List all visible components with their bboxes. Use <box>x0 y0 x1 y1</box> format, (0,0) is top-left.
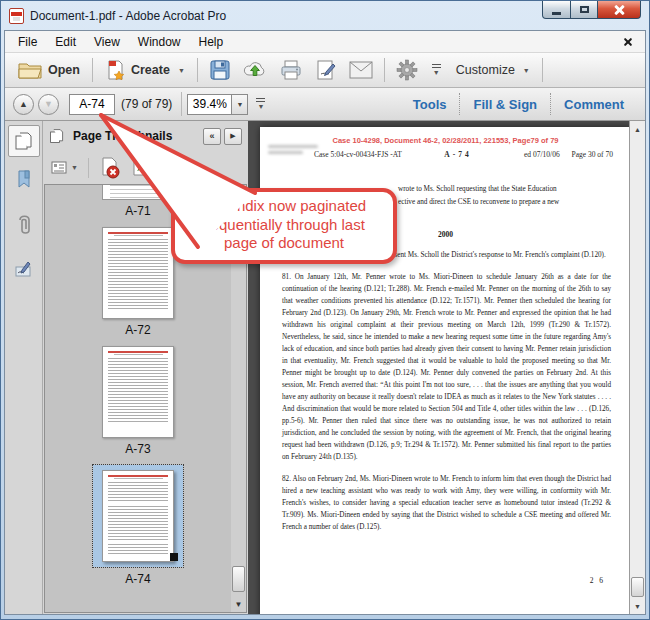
insert-page-icon <box>130 157 152 179</box>
sign-document-button[interactable] <box>309 56 343 84</box>
thumbnail-page-a74[interactable] <box>102 470 174 562</box>
thumbnail-label-a73[interactable]: A-73 <box>125 442 150 456</box>
comment-pane-button[interactable]: Comment <box>551 97 637 112</box>
printer-icon <box>279 59 303 81</box>
delete-pages-button[interactable] <box>99 157 121 179</box>
signature-icon <box>14 259 34 279</box>
panel-pages-icon <box>49 128 65 144</box>
zoom-level-input[interactable] <box>187 94 231 115</box>
open-button[interactable]: Open <box>11 57 87 83</box>
quick-tools-toolbar: Open Create ▼ <box>5 53 645 88</box>
thumbnail-page-a72[interactable] <box>102 227 174 319</box>
thumbnail-page-a71[interactable] <box>102 185 174 200</box>
customize-caret-icon: ▼ <box>523 67 530 74</box>
doc-header-stamp: Case 10-4298, Document 46-2, 02/28/2011,… <box>260 136 631 145</box>
options-list-icon <box>51 161 67 174</box>
callout-text-line3: page of document <box>179 234 389 253</box>
doc-scroll-up-icon: ▲ <box>634 126 641 133</box>
panel-menu-icon: ▶ <box>230 132 235 140</box>
doc-appendix-stamp: A-74 <box>444 150 471 159</box>
nav-more-button[interactable]: ▼ <box>256 98 265 110</box>
menu-view[interactable]: View <box>85 33 129 51</box>
panel-scroll-down-icon: ▼ <box>235 600 243 609</box>
panel-scrollbar-thumb[interactable] <box>232 566 245 592</box>
zoom-caret-icon: ▼ <box>236 101 243 108</box>
preferences-button[interactable] <box>390 56 424 84</box>
envelope-icon <box>349 61 373 79</box>
cloud-upload-button[interactable] <box>237 56 273 84</box>
collapse-panel-button[interactable]: « <box>203 128 221 145</box>
save-button[interactable] <box>203 56 237 84</box>
thumbnail-label-a74[interactable]: A-74 <box>125 572 150 586</box>
page-thumbnails-tab[interactable] <box>8 125 40 157</box>
panel-scroll-down-button[interactable]: ▼ <box>231 596 246 612</box>
thumbnail-label-a72[interactable]: A-72 <box>125 323 150 337</box>
attachments-tab[interactable] <box>8 209 40 241</box>
page-count-label: (79 of 79) <box>121 97 172 111</box>
menu-file[interactable]: File <box>9 33 46 51</box>
doc-scroll-down-button[interactable]: ▼ <box>630 599 645 614</box>
close-icon <box>614 5 624 15</box>
more-caret-icon: ▼ <box>433 69 440 76</box>
insert-pages-button[interactable] <box>130 157 152 179</box>
doc-scroll-up-button[interactable]: ▲ <box>630 121 645 137</box>
create-pdf-icon <box>105 60 125 80</box>
page-navigation-toolbar: ▲ ▼ (79 of 79) ▼ ▼ Tools Fill & Sign Com… <box>5 88 645 121</box>
next-page-button[interactable]: ▼ <box>38 94 59 115</box>
menubar-close-icon[interactable] <box>623 37 633 47</box>
page-number-input[interactable] <box>69 94 115 115</box>
doc-paragraph-fragment: wrote to Ms. Scholl requesting that the … <box>398 183 611 209</box>
doc-case-number: Case 5:04-cv-00434-FJS -AT <box>314 150 402 159</box>
doc-case-line: Case 5:04-cv-00434-FJS -AT A-74 ed 07/10… <box>314 150 613 159</box>
acrobat-window: Document-1.pdf - Adobe Acrobat Pro File … <box>0 0 650 620</box>
menu-help[interactable]: Help <box>190 33 233 51</box>
callout-text-line2: sequentially through last <box>179 216 389 235</box>
doc-page-number: 2 6 <box>590 576 605 585</box>
close-button[interactable] <box>598 1 641 19</box>
email-button[interactable] <box>343 58 379 82</box>
panel-menu-button[interactable]: ▶ <box>224 128 242 145</box>
menu-window[interactable]: Window <box>129 33 190 51</box>
options-caret-icon: ▼ <box>71 164 78 171</box>
open-label: Open <box>48 63 80 77</box>
restore-button[interactable] <box>571 1 598 19</box>
up-arrow-icon: ▲ <box>19 99 28 109</box>
panel-title: Page Thumbnails <box>73 129 200 143</box>
thumbnail-selected-a74[interactable] <box>93 465 183 567</box>
sign-document-icon <box>315 59 337 81</box>
customize-label: Customize <box>456 63 515 77</box>
app-frame: File Edit View Window Help Open Create ▼ <box>4 30 646 615</box>
document-scrollbar-thumb[interactable] <box>631 577 644 597</box>
menu-bar: File Edit View Window Help <box>5 31 645 53</box>
create-button[interactable]: Create ▼ <box>98 56 192 84</box>
restore-icon <box>580 6 589 13</box>
create-label: Create <box>131 63 170 77</box>
fill-sign-pane-button[interactable]: Fill & Sign <box>460 97 550 112</box>
thumbnail-page-a73[interactable] <box>102 346 174 438</box>
customize-button[interactable]: Customize ▼ <box>449 59 537 81</box>
tools-pane-button[interactable]: Tools <box>400 97 460 112</box>
selection-handle[interactable] <box>170 553 178 561</box>
doc-paragraph-81: 81. On January 12th, Mr. Penner wrote to… <box>282 271 611 463</box>
print-button[interactable] <box>273 56 309 84</box>
window-title: Document-1.pdf - Adobe Acrobat Pro <box>30 9 226 23</box>
doc-filed-date: ed 07/10/06 <box>524 150 560 159</box>
thumbnail-label-a71[interactable]: A-71 <box>125 204 150 218</box>
gear-icon <box>396 59 418 81</box>
acrobat-app-icon <box>9 8 24 24</box>
minimize-button[interactable] <box>542 1 571 19</box>
doc-paragraph-82: 82. Also on February 2nd, Ms. Miori-Dine… <box>282 473 611 533</box>
signatures-tab[interactable] <box>8 253 40 285</box>
previous-page-button[interactable]: ▲ <box>13 94 34 115</box>
nav-more-bars-icon <box>256 98 265 102</box>
bookmarks-tab[interactable] <box>8 163 40 195</box>
title-bar[interactable]: Document-1.pdf - Adobe Acrobat Pro <box>1 1 649 30</box>
thumbnail-options-button[interactable]: ▼ <box>51 161 78 174</box>
document-scrollbar[interactable]: ▲ ▼ <box>629 121 645 614</box>
menu-edit[interactable]: Edit <box>46 33 85 51</box>
rotate-pages-button[interactable] <box>161 157 183 179</box>
toolbar-more-button[interactable]: ▼ <box>432 64 441 76</box>
zoom-dropdown-button[interactable]: ▼ <box>231 94 248 115</box>
minimize-icon <box>552 12 561 15</box>
navigation-rail <box>5 121 43 614</box>
